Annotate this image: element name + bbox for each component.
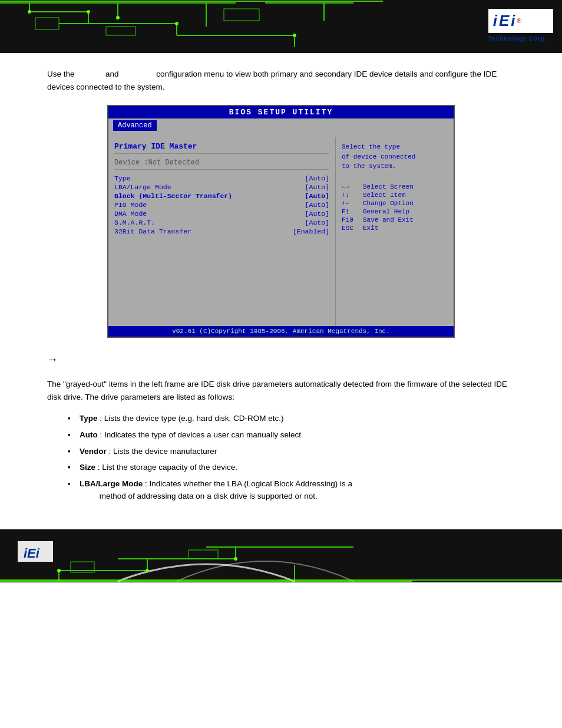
bios-key-select-screen: ←→ Select Screen [342, 183, 448, 190]
bios-nav-advanced: Advanced [113, 120, 157, 131]
main-content: Use the and configuration menu to view b… [0, 53, 562, 529]
bios-settings-list: Type [Auto] LBA/Large Mode [Auto] Block … [114, 174, 329, 235]
bios-right-panel: Select the typeof device connectedto the… [336, 137, 454, 326]
list-keyword-size: Size [80, 463, 95, 472]
bios-setting-smart: S.M.A.R.T. [Auto] [114, 219, 329, 226]
bios-setting-value-dma: [Auto] [305, 210, 329, 218]
logo-registered: ® [517, 18, 521, 24]
bios-setting-name-block: Block (Multi-Sector Transfer) [114, 192, 232, 200]
bios-key-f10-label: F10 [342, 216, 358, 223]
bios-key-f1-label: F1 [342, 208, 358, 215]
list-keyword-vendor: Vendor [80, 447, 107, 456]
bios-key-esc-label: ESC [342, 225, 358, 232]
bios-left-panel: Primary IDE Master Device :Not Detected … [108, 137, 336, 326]
svg-point-33 [234, 557, 237, 561]
list-item-size: Size : List the storage capacity of the … [71, 461, 515, 474]
note-section: → [47, 353, 515, 366]
svg-point-32 [146, 569, 149, 572]
list-keyword-type: Type [80, 414, 98, 423]
bios-setting-value-pio: [Auto] [305, 201, 329, 209]
bios-key-plusminus: +- [342, 200, 358, 207]
bios-key-arrows: ←→ [342, 183, 358, 190]
bios-device-row: Device :Not Detected [114, 159, 329, 170]
intro-paragraph: Use the and configuration menu to view b… [47, 68, 515, 93]
logo-tagline: Technology Corp. [488, 35, 547, 42]
bios-setting-value-lba: [Auto] [305, 183, 329, 191]
svg-point-14 [87, 10, 90, 14]
bios-setting-value-type: [Auto] [305, 174, 329, 182]
bios-footer: v02.61 (C)Copyright 1985-2006, American … [108, 326, 454, 337]
bios-key-desc-select-screen: Select Screen [363, 183, 414, 190]
bios-setting-type: Type [Auto] [114, 174, 329, 182]
bios-setting-name-pio: PIO Mode [114, 201, 147, 209]
logo: i E i ® Technology Corp. [488, 9, 553, 42]
list-suffix-type: : Lists the device type (e.g. hard disk,… [100, 414, 283, 423]
bios-setting-name-smart: S.M.A.R.T. [114, 219, 155, 226]
bios-help-text: Select the typeof device connectedto the… [342, 142, 448, 172]
list-item-lba: LBA/Large Mode : Indicates whether the L… [71, 477, 515, 503]
bios-setting-32bit: 32Bit Data Transfer [Enabled] [114, 228, 329, 235]
bios-setting-dma: DMA Mode [Auto] [114, 210, 329, 218]
bios-setting-lba: LBA/Large Mode [Auto] [114, 183, 329, 191]
bios-keys-section: ←→ Select Screen ↑↓ Select Item +- Chang… [342, 183, 448, 232]
logo-letter-i: i [493, 12, 497, 30]
svg-point-13 [28, 10, 31, 14]
bios-key-select-item: ↑↓ Select Item [342, 192, 448, 199]
bios-key-desc-change-option: Change Option [363, 200, 414, 207]
bios-key-desc-f1: General Help [363, 208, 409, 215]
bios-key-desc-f10: Save and Exit [363, 216, 414, 223]
list-keyword-lba: LBA/Large Mode [80, 479, 143, 488]
bios-key-f10: F10 Save and Exit [342, 216, 448, 223]
bullet-list: Type : Lists the device type (e.g. hard … [71, 412, 515, 503]
bios-setting-value-smart: [Auto] [305, 219, 329, 226]
list-item-vendor: Vendor : Lists the device manufacturer [71, 445, 515, 458]
bios-setting-value-block: [Auto] [305, 192, 329, 200]
logo-letter-i2: i [511, 12, 515, 30]
bios-setting-name-dma: DMA Mode [114, 210, 147, 218]
svg-point-16 [116, 16, 120, 19]
list-keyword-auto: Auto [80, 430, 98, 439]
list-item-auto: Auto : Indicates the type of devices a u… [71, 429, 515, 442]
bios-setting-pio: PIO Mode [Auto] [114, 201, 329, 209]
bios-setting-name-type: Type [114, 174, 131, 182]
svg-point-15 [175, 22, 178, 25]
svg-point-31 [57, 569, 61, 572]
svg-point-17 [293, 34, 296, 37]
bios-setting-name-32bit: 32Bit Data Transfer [114, 228, 191, 235]
bios-setting-value-32bit: [Enabled] [293, 228, 329, 235]
list-suffix-vendor: : Lists the device manufacturer [109, 447, 217, 456]
bios-setting-block: Block (Multi-Sector Transfer) [Auto] [114, 192, 329, 200]
svg-rect-0 [0, 0, 562, 53]
bios-body: Primary IDE Master Device :Not Detected … [108, 137, 454, 326]
bios-key-change-option: +- Change Option [342, 200, 448, 207]
bios-key-updown: ↑↓ [342, 192, 358, 199]
note-body-text: The "grayed-out" items in the left frame… [47, 378, 515, 403]
bios-screenshot: BIOS SETUP UTILITY Advanced Primary IDE … [107, 105, 455, 338]
svg-rect-22 [0, 529, 562, 582]
bios-title: BIOS SETUP UTILITY [108, 106, 454, 118]
page-header: i E i ® Technology Corp. [0, 0, 562, 53]
bios-key-desc-esc: Exit [363, 225, 378, 232]
bios-key-desc-select-item: Select Item [363, 192, 406, 199]
bios-key-f1: F1 General Help [342, 208, 448, 215]
bios-setting-name-lba: LBA/Large Mode [114, 183, 171, 191]
page-footer: iEi [0, 529, 562, 582]
bios-key-esc: ESC Exit [342, 225, 448, 232]
list-suffix-auto: : Indicates the type of devices a user c… [100, 430, 301, 439]
note-arrow-icon: → [47, 354, 58, 366]
logo-letter-e: E [499, 12, 509, 30]
list-item-type: Type : Lists the device type (e.g. hard … [71, 412, 515, 425]
svg-text:iEi: iEi [24, 546, 40, 561]
list-suffix-size: : List the storage capacity of the devic… [98, 463, 237, 472]
bios-section-title: Primary IDE Master [114, 142, 329, 154]
